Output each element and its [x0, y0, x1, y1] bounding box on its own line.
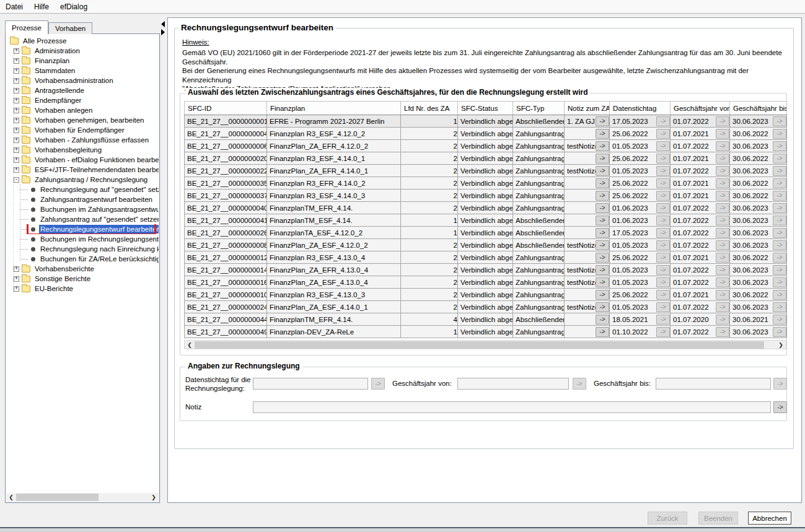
- notiz-arrow-button[interactable]: ->: [596, 129, 609, 139]
- table-row[interactable]: BE_21_27__0000000044FinanzplanTM_EFR_4.1…: [185, 313, 787, 326]
- tree-item[interactable]: Rechnungslegungsentwurf bearbeiten: [6, 224, 159, 234]
- tree-item[interactable]: +EU-Berichte: [6, 284, 159, 294]
- table-row[interactable]: BE_21_27__0000000004Finanzplan R3_ESF_4.…: [185, 128, 787, 140]
- table-row[interactable]: BE_21_27__0000000049Finanzplan-DEV_ZA-Re…: [185, 326, 787, 338]
- expand-right-icon[interactable]: [161, 29, 165, 35]
- tree-item[interactable]: +Vorhaben genehmigen, bearbeiten: [6, 115, 159, 125]
- column-header-datenstichtag[interactable]: Datenstichtag: [610, 102, 671, 115]
- column-header-gj-von[interactable]: Geschäftsjahr von: [671, 102, 730, 115]
- tab-prozesse[interactable]: Prozesse: [5, 20, 48, 34]
- table-row[interactable]: BE_21_27__0000000016FinanzPlan_ZA_ESF_4.…: [185, 276, 787, 289]
- notiz-arrow-button[interactable]: ->: [773, 401, 787, 413]
- notiz-arrow-button[interactable]: ->: [596, 141, 609, 151]
- tree-item[interactable]: +Sonstige Berichte: [6, 274, 159, 284]
- collapse-left-icon[interactable]: [161, 21, 165, 27]
- notiz-arrow-button[interactable]: ->: [596, 253, 609, 263]
- tree-item[interactable]: Rechnungslegung auf "gesendet" setzen: [6, 185, 159, 194]
- abbrechen-button[interactable]: Abbrechen: [748, 512, 791, 525]
- column-header-finanzplan[interactable]: Finanzplan: [267, 102, 401, 115]
- notiz-arrow-button[interactable]: ->: [596, 240, 609, 250]
- expand-icon[interactable]: +: [14, 98, 19, 103]
- menu-hilfe[interactable]: Hilfe: [29, 0, 55, 14]
- table-row[interactable]: BE_21_27__0000000001EFRE - Programm 2021…: [185, 115, 787, 128]
- expand-icon[interactable]: +: [14, 266, 19, 272]
- tree-item[interactable]: Alle Prozesse: [6, 36, 159, 46]
- table-row[interactable]: BE_21_27__0000000037Finanzplan R3_ESF_4.…: [185, 190, 787, 202]
- notiz-arrow-button[interactable]: ->: [596, 203, 609, 213]
- notiz-arrow-button[interactable]: ->: [596, 265, 609, 275]
- notiz-arrow-button[interactable]: ->: [596, 302, 609, 312]
- table-row[interactable]: BE_21_27__0000000022FinanzPlan_ZA_EFR_4.…: [185, 165, 787, 177]
- table-row[interactable]: BE_21_27__0000000040FinanzplanTM_EFR_4.1…: [185, 202, 787, 214]
- notiz-arrow-button[interactable]: ->: [596, 290, 609, 300]
- scroll-left-icon[interactable]: ❮: [6, 493, 16, 502]
- table-row[interactable]: BE_21_27__0000000035Finanzplan R3_EFR_4.…: [185, 177, 787, 190]
- tree-item[interactable]: +Vorhaben anlegen: [6, 105, 159, 115]
- tree-item[interactable]: +Vorhaben - Zahlungsflüsse erfassen: [6, 135, 159, 145]
- tree-item[interactable]: -Zahlungsantrag / Rechnungslegung: [6, 175, 159, 185]
- scroll-right-icon[interactable]: ❯: [776, 341, 786, 349]
- expand-icon[interactable]: +: [14, 167, 19, 173]
- expand-icon[interactable]: +: [14, 68, 19, 74]
- expand-icon[interactable]: +: [14, 157, 19, 163]
- table-row[interactable]: BE_21_27__0000000010Finanzplan R3_ESF_4.…: [185, 289, 787, 301]
- expand-icon[interactable]: +: [14, 286, 19, 292]
- notiz-arrow-button[interactable]: ->: [596, 154, 609, 164]
- expand-icon[interactable]: +: [14, 137, 19, 143]
- notiz-arrow-button[interactable]: ->: [596, 228, 609, 238]
- column-header-sfc-status[interactable]: SFC-Status: [458, 102, 513, 115]
- table-row[interactable]: BE_21_27__0000000006FinanzPlan_ZA_EFR_4.…: [185, 140, 787, 152]
- table-row[interactable]: BE_21_27__0000000012Finanzplan R3_ESF_4.…: [185, 251, 787, 264]
- notiz-arrow-button[interactable]: ->: [596, 116, 609, 126]
- expand-icon[interactable]: +: [14, 128, 19, 133]
- scroll-left-icon[interactable]: ❮: [185, 341, 195, 349]
- scrollbar-track[interactable]: [16, 493, 149, 502]
- menu-efdialog[interactable]: efDialog: [55, 0, 93, 14]
- notiz-arrow-button[interactable]: ->: [596, 327, 609, 337]
- tree-item[interactable]: +Finanzplan: [6, 56, 159, 66]
- tree-item[interactable]: +Vorhaben für Endempfänger: [6, 125, 159, 135]
- expand-icon[interactable]: +: [14, 58, 19, 64]
- notiz-arrow-button[interactable]: ->: [596, 277, 609, 287]
- table-horizontal-scrollbar[interactable]: ❮ ❯: [184, 340, 786, 349]
- tree-item[interactable]: Zahlungsantrag auf "gesendet" setzen: [6, 214, 159, 224]
- tree-item[interactable]: +Antragstellende: [6, 85, 159, 95]
- table-row[interactable]: BE_21_27__0000000008FinanzPlan_ZA_ESF_4.…: [185, 239, 787, 251]
- tree-item[interactable]: Rechnungslegung nach Einreichung korrigi…: [6, 244, 159, 254]
- collapse-icon[interactable]: -: [14, 177, 19, 183]
- expand-icon[interactable]: +: [14, 276, 19, 282]
- tree-item[interactable]: Zahlungsantragsentwurf bearbeiten: [6, 194, 159, 204]
- tree-item[interactable]: +Vorhaben - efDialog Funktionen bearbeit…: [6, 155, 159, 165]
- notiz-arrow-button[interactable]: ->: [596, 178, 609, 188]
- tab-vorhaben[interactable]: Vorhaben: [48, 22, 92, 34]
- column-header-notiz[interactable]: Notiz zum ZA: [565, 102, 610, 115]
- tree-horizontal-scrollbar[interactable]: ❮ ❯: [6, 493, 159, 502]
- scrollbar-track[interactable]: [195, 341, 776, 349]
- expand-icon[interactable]: +: [14, 108, 19, 113]
- scrollbar-thumb[interactable]: [195, 341, 764, 349]
- tree-item[interactable]: +Vorhabensbegleitung: [6, 145, 159, 155]
- scroll-right-icon[interactable]: ❯: [149, 493, 159, 502]
- column-header-gj-bis[interactable]: Geschäftsjahr bis: [730, 102, 787, 115]
- table-row[interactable]: BE_21_27__0000000020Finanzplan R3_ESF_4.…: [185, 152, 787, 165]
- expand-icon[interactable]: +: [14, 78, 19, 84]
- tree-item[interactable]: +ESF+/JTF-Teilnehmendendaten bearbeiten: [6, 165, 159, 175]
- notiz-arrow-button[interactable]: ->: [596, 166, 609, 176]
- expand-icon[interactable]: +: [14, 147, 19, 153]
- splitter[interactable]: [160, 17, 167, 503]
- scrollbar-thumb[interactable]: [16, 494, 99, 501]
- expand-icon[interactable]: +: [14, 48, 19, 54]
- tree-item[interactable]: Buchungen für ZA/ReLe berücksichtigen: [6, 254, 159, 264]
- tree-item[interactable]: +Vorhabensadministration: [6, 76, 159, 85]
- tree-item[interactable]: +Stammdaten: [6, 66, 159, 76]
- tree-item[interactable]: +Administration: [6, 46, 159, 56]
- gj-bis-input[interactable]: [656, 378, 771, 390]
- table-row[interactable]: BE_21_27__0000000024FinanzPlan_ZA_ESF_4.…: [185, 301, 787, 313]
- menu-datei[interactable]: Datei: [0, 0, 29, 14]
- table-row[interactable]: BE_21_27__0000000041FinanzplanTM_ESF_4.1…: [185, 214, 787, 227]
- table-row[interactable]: BE_21_27__0000000026FinanzplanTA_ESF_4.1…: [185, 227, 787, 239]
- notiz-input[interactable]: [253, 401, 771, 413]
- tree-item[interactable]: +Endempfänger: [6, 95, 159, 105]
- tree-item[interactable]: Buchungen im Rechnungslegungsentwurf: [6, 234, 159, 244]
- expand-icon[interactable]: +: [14, 88, 19, 94]
